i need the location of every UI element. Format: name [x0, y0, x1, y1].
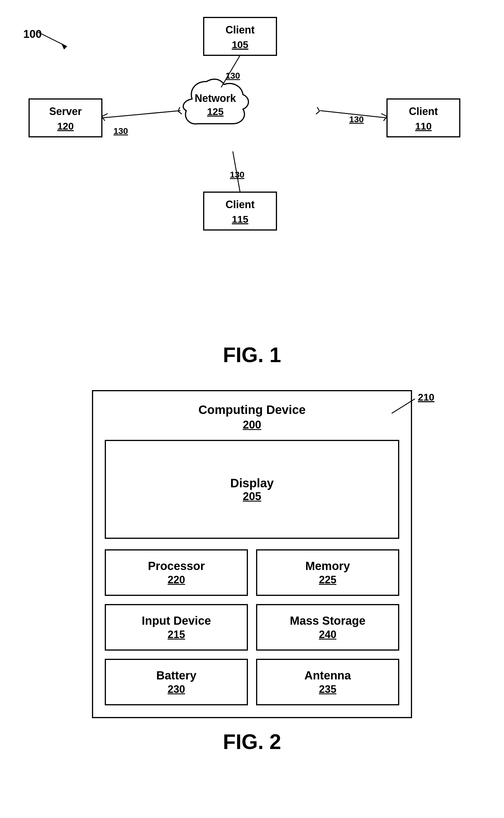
fig2-section: Computing Device 200 Display 205 Process…: [0, 378, 504, 777]
svg-text:115: 115: [232, 214, 249, 225]
input-device-box: Input Device 215: [105, 604, 248, 651]
svg-line-19: [381, 113, 387, 116]
mass-storage-box: Mass Storage 240: [256, 604, 399, 651]
svg-text:130: 130: [113, 126, 128, 136]
components-grid: Processor 220 Memory 225 Input Device 21…: [105, 549, 399, 705]
svg-text:Server: Server: [49, 105, 82, 117]
svg-text:Client: Client: [409, 105, 438, 117]
memory-box: Memory 225: [256, 549, 399, 596]
svg-text:210: 210: [418, 391, 434, 402]
fig1-label: FIG. 1: [223, 343, 281, 367]
network125-cloud: Network 125: [183, 79, 249, 124]
svg-line-14: [102, 113, 108, 116]
ref210-indicator: 210: [392, 390, 450, 478]
svg-text:130: 130: [349, 114, 364, 124]
fig1-section: 100 Client 105 Server 120 Client 110 Cli…: [0, 0, 504, 378]
svg-text:110: 110: [415, 120, 432, 132]
svg-text:Network: Network: [195, 92, 236, 104]
computing-device-title: Computing Device: [105, 403, 399, 417]
svg-line-22: [316, 111, 320, 114]
antenna-box: Antenna 235: [256, 659, 399, 705]
battery-box: Battery 230: [105, 659, 248, 705]
computing-device-ref: 200: [105, 419, 399, 431]
svg-text:120: 120: [57, 120, 74, 132]
svg-text:Client: Client: [226, 198, 255, 210]
computing-device-box: Computing Device 200 Display 205 Process…: [92, 390, 412, 718]
svg-text:130: 130: [226, 71, 240, 80]
fig1-diagram: 100 Client 105 Server 120 Client 110 Cli…: [0, 0, 504, 349]
svg-text:Client: Client: [226, 24, 255, 36]
processor-box: Processor 220: [105, 549, 248, 596]
fig2-label: FIG. 2: [223, 730, 281, 754]
connection-line2: [102, 111, 180, 118]
svg-line-24: [392, 399, 415, 414]
svg-text:125: 125: [207, 106, 224, 117]
svg-marker-1: [61, 43, 67, 49]
svg-line-17: [178, 111, 182, 114]
svg-line-21: [317, 107, 320, 111]
svg-text:130: 130: [230, 170, 244, 179]
display-box: Display 205: [105, 440, 399, 539]
ref100-label: 100: [23, 28, 42, 40]
svg-text:105: 105: [232, 39, 249, 50]
